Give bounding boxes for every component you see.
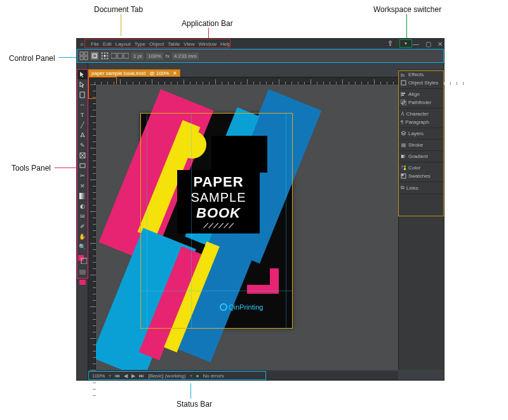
minimize-icon[interactable]: ― (413, 41, 419, 48)
application-bar: ⌂ File Edit Layout Type Object Table Vie… (77, 39, 444, 49)
panel-effects[interactable]: fxEffects (399, 70, 444, 79)
horizontal-ruler[interactable] (88, 77, 444, 84)
svg-rect-17 (117, 53, 123, 58)
normal-view-mode[interactable] (77, 267, 88, 277)
arrow-status-bar (190, 383, 191, 398)
panel-label: Gradient (408, 154, 428, 159)
align-icons[interactable] (111, 52, 129, 60)
svg-rect-0 (80, 52, 83, 55)
svg-point-7 (102, 53, 103, 54)
gradient-feather-tool[interactable]: ◐ (77, 201, 88, 211)
svg-point-8 (104, 53, 105, 54)
status-zoom[interactable]: 100% (92, 373, 105, 379)
panel-label: Swatches (408, 173, 431, 179)
zoom-tool[interactable]: 🔍 (77, 242, 88, 252)
fx-icon[interactable]: fx (166, 53, 170, 59)
menu-object[interactable]: Object (149, 41, 164, 47)
svg-rect-40 (401, 166, 403, 167)
fill-stroke-tool[interactable] (77, 252, 88, 267)
close-icon[interactable]: ✕ (438, 41, 443, 48)
free-transform-tool[interactable]: ⤧ (77, 181, 88, 191)
panels-dock: fxEffects Object Styles Align Pathfinder… (398, 69, 444, 370)
type-tool[interactable]: T (77, 110, 88, 120)
workspace-switcher[interactable]: ▾ (399, 39, 412, 48)
panel-paragraph[interactable]: ¶Paragraph (399, 118, 444, 126)
panel-stroke[interactable]: Stroke (399, 141, 444, 149)
panel-object-styles[interactable]: Object Styles (399, 79, 444, 87)
guide-right (286, 113, 286, 329)
annotation-document-tab: Document Tab (94, 5, 143, 14)
svg-rect-16 (111, 53, 116, 58)
document-tab-zoom: @ 100% (149, 70, 169, 76)
status-errors[interactable]: No errors (203, 373, 224, 379)
panel-layers[interactable]: Layers (399, 129, 444, 138)
page-tool[interactable] (77, 89, 88, 100)
panel-label: Color (408, 165, 420, 171)
svg-text:fx: fx (401, 72, 404, 77)
maximize-icon[interactable]: ▢ (425, 41, 431, 48)
hand-tool[interactable]: ✋ (77, 232, 88, 242)
x-coord-field[interactable]: 4.233 mm (172, 53, 199, 60)
artwork-title-3: BOOK (181, 205, 256, 221)
document-canvas[interactable]: PAPER SAMPLE BOOK ／／／／／／ QinPrinting (96, 84, 398, 370)
menu-file[interactable]: File (91, 41, 99, 47)
gap-tool[interactable]: ↔ (77, 100, 88, 110)
reference-point-icon[interactable] (101, 52, 109, 60)
selection-tool[interactable] (77, 69, 88, 79)
note-tool[interactable]: ✉ (77, 211, 88, 221)
artwork-circle-yellow (178, 131, 206, 159)
home-icon[interactable]: ⌂ (78, 40, 86, 48)
panel-pathfinder[interactable]: Pathfinder (399, 98, 444, 107)
preview-view-mode[interactable] (77, 277, 88, 287)
stroke-weight-field[interactable]: 1 pt (131, 53, 144, 60)
status-sep: ▾ (109, 373, 111, 379)
eyedropper-tool[interactable]: ✐ (77, 221, 88, 232)
panel-label: Character (406, 111, 429, 117)
svg-point-14 (104, 58, 105, 59)
gradient-swatch-tool[interactable] (77, 191, 88, 201)
menu-edit[interactable]: Edit (103, 41, 112, 47)
first-page-icon[interactable]: ⏮ (115, 373, 120, 379)
prev-page-icon[interactable]: ◀ (124, 373, 128, 379)
status-preset[interactable]: [Basic] (working) (148, 373, 185, 379)
panel-character[interactable]: ACharacter (399, 110, 444, 118)
svg-rect-19 (80, 92, 84, 98)
document-page[interactable]: PAPER SAMPLE BOOK ／／／／／／ QinPrinting (140, 113, 293, 329)
panel-links[interactable]: ⧉Links (399, 183, 444, 192)
rectangle-tool[interactable] (77, 161, 88, 171)
selection-mode-icons[interactable] (79, 51, 88, 60)
pen-tool[interactable] (77, 130, 88, 140)
panel-label: Paragraph (405, 119, 429, 125)
rectangle-frame-tool[interactable] (77, 150, 88, 161)
scissors-tool[interactable]: ✂ (77, 171, 88, 181)
svg-point-9 (107, 53, 108, 54)
panel-align[interactable]: Align (399, 90, 444, 98)
guide-col (191, 113, 192, 329)
fill-stroke-icon[interactable] (91, 52, 98, 60)
line-tool[interactable]: ╱ (77, 120, 88, 130)
panel-label: Align (408, 91, 420, 97)
menu-window[interactable]: Window (199, 41, 217, 47)
menu-help[interactable]: Help (220, 41, 231, 47)
menu-type[interactable]: Type (135, 41, 145, 47)
panel-color[interactable]: Color (399, 164, 444, 172)
opacity-field[interactable]: 100% (146, 53, 163, 60)
close-tab-icon[interactable]: ✕ (173, 70, 177, 76)
panel-swatches[interactable]: Swatches (399, 172, 444, 180)
menu-view[interactable]: View (184, 41, 194, 47)
panel-gradient[interactable]: Gradient (399, 152, 444, 161)
vertical-ruler[interactable] (88, 84, 96, 370)
svg-rect-2 (80, 56, 83, 60)
next-page-icon[interactable]: ▶ (131, 373, 135, 379)
pencil-tool[interactable]: ✎ (77, 140, 88, 150)
svg-rect-41 (404, 166, 406, 167)
svg-rect-23 (80, 164, 85, 167)
menu-layout[interactable]: Layout (116, 41, 131, 47)
menu-table[interactable]: Table (168, 41, 180, 47)
svg-point-15 (107, 58, 108, 59)
svg-rect-42 (401, 168, 403, 170)
svg-point-11 (104, 55, 106, 57)
last-page-icon[interactable]: ⏭ (139, 373, 144, 379)
share-icon[interactable]: ⇪ (387, 39, 393, 48)
direct-selection-tool[interactable] (77, 79, 88, 89)
